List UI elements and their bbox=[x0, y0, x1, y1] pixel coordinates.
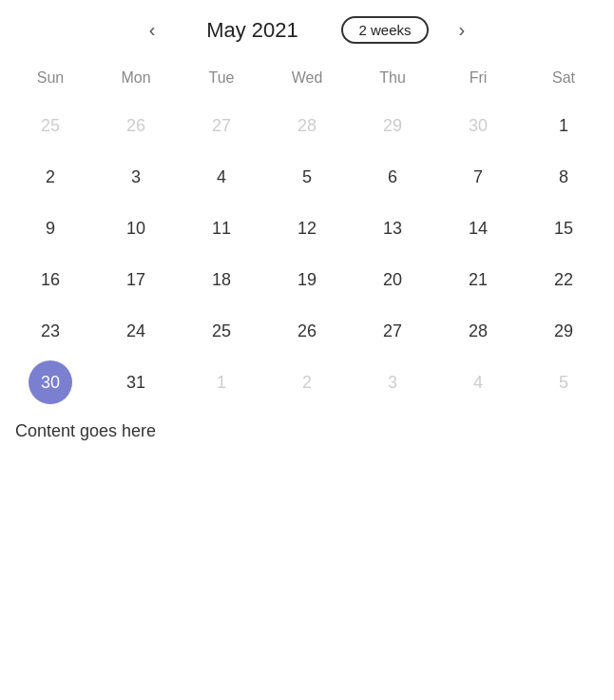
calendar-grid: SunMonTueWedThuFriSat 252627282930123456… bbox=[8, 64, 606, 408]
day-cell-wrapper-5-5: 4 bbox=[435, 357, 521, 408]
day-cell-4-0[interactable]: 23 bbox=[41, 308, 60, 355]
day-cell-wrapper-3-5: 21 bbox=[435, 254, 521, 305]
day-cell-4-1[interactable]: 24 bbox=[126, 308, 145, 355]
day-cell-1-0[interactable]: 2 bbox=[46, 154, 55, 201]
day-cell-5-3[interactable]: 2 bbox=[302, 360, 312, 406]
day-cell-0-3[interactable]: 28 bbox=[297, 103, 317, 149]
day-cell-wrapper-3-1: 17 bbox=[93, 254, 179, 305]
day-cell-2-0[interactable]: 9 bbox=[46, 205, 55, 252]
day-cell-4-3[interactable]: 26 bbox=[297, 308, 317, 355]
day-cell-4-2[interactable]: 25 bbox=[212, 308, 231, 355]
day-cell-wrapper-4-4: 27 bbox=[350, 305, 435, 357]
day-cell-wrapper-0-5: 30 bbox=[435, 100, 521, 151]
day-header-tue: Tue bbox=[179, 64, 264, 92]
day-cell-wrapper-4-5: 28 bbox=[435, 305, 521, 357]
day-cell-wrapper-2-6: 15 bbox=[521, 203, 606, 254]
week-toggle-button[interactable]: 2 weeks bbox=[341, 16, 428, 44]
day-cell-0-6[interactable]: 1 bbox=[559, 103, 568, 149]
day-cell-wrapper-3-4: 20 bbox=[350, 254, 435, 305]
day-cell-0-0[interactable]: 25 bbox=[41, 103, 60, 149]
day-cell-wrapper-4-3: 26 bbox=[264, 305, 350, 357]
day-cell-1-5[interactable]: 7 bbox=[473, 154, 483, 201]
day-cell-2-3[interactable]: 12 bbox=[297, 205, 317, 252]
day-cell-3-0[interactable]: 16 bbox=[41, 257, 60, 303]
day-cell-1-6[interactable]: 8 bbox=[559, 154, 568, 201]
day-cell-3-5[interactable]: 21 bbox=[469, 257, 488, 303]
day-cell-wrapper-3-6: 22 bbox=[521, 254, 606, 305]
day-header-sun: Sun bbox=[8, 64, 93, 92]
day-cell-wrapper-1-2: 4 bbox=[179, 151, 264, 203]
day-header-fri: Fri bbox=[435, 64, 521, 92]
day-cell-wrapper-1-1: 3 bbox=[93, 151, 179, 203]
day-cell-1-1[interactable]: 3 bbox=[131, 154, 141, 201]
day-cell-wrapper-3-3: 19 bbox=[264, 254, 350, 305]
day-cell-3-6[interactable]: 22 bbox=[554, 257, 573, 303]
calendar-container: ‹ May 2021 2 weeks › SunMonTueWedThuFriS… bbox=[0, 0, 614, 700]
week-row-2: 9101112131415 bbox=[8, 203, 606, 254]
day-cell-wrapper-5-0: 30 bbox=[8, 357, 93, 408]
day-cell-0-4[interactable]: 29 bbox=[383, 103, 402, 149]
day-cell-wrapper-5-4: 3 bbox=[350, 357, 435, 408]
day-cell-wrapper-2-1: 10 bbox=[93, 203, 179, 254]
day-cell-wrapper-1-5: 7 bbox=[435, 151, 521, 203]
day-cell-2-6[interactable]: 15 bbox=[554, 205, 573, 252]
day-cell-wrapper-5-2: 1 bbox=[179, 357, 264, 408]
day-cell-0-1[interactable]: 26 bbox=[126, 103, 145, 149]
day-header-wed: Wed bbox=[264, 64, 350, 92]
day-cell-3-3[interactable]: 19 bbox=[297, 257, 317, 303]
day-cell-wrapper-4-1: 24 bbox=[93, 305, 179, 357]
week-row-3: 16171819202122 bbox=[8, 254, 606, 305]
day-cell-wrapper-0-3: 28 bbox=[264, 100, 350, 151]
day-cell-wrapper-0-2: 27 bbox=[179, 100, 264, 151]
day-cell-5-6[interactable]: 5 bbox=[559, 360, 568, 406]
day-cell-wrapper-2-5: 14 bbox=[435, 203, 521, 254]
day-headers: SunMonTueWedThuFriSat bbox=[8, 64, 606, 92]
month-title: May 2021 bbox=[185, 18, 318, 43]
day-cell-wrapper-2-3: 12 bbox=[264, 203, 350, 254]
day-cell-wrapper-1-4: 6 bbox=[350, 151, 435, 203]
content-area: Content goes here bbox=[8, 418, 606, 445]
day-cell-wrapper-0-1: 26 bbox=[93, 100, 179, 151]
week-row-4: 23242526272829 bbox=[8, 305, 606, 357]
prev-month-button[interactable]: ‹ bbox=[142, 15, 163, 45]
day-cell-5-2[interactable]: 1 bbox=[217, 360, 226, 406]
content-text: Content goes here bbox=[15, 421, 156, 440]
day-cell-2-2[interactable]: 11 bbox=[212, 205, 231, 252]
day-cell-1-4[interactable]: 6 bbox=[388, 154, 397, 201]
day-cell-5-1[interactable]: 31 bbox=[126, 360, 145, 406]
next-month-button[interactable]: › bbox=[451, 15, 473, 45]
week-row-1: 2345678 bbox=[8, 151, 606, 203]
day-cell-3-2[interactable]: 18 bbox=[212, 257, 231, 303]
day-cell-4-5[interactable]: 28 bbox=[469, 308, 488, 355]
day-cell-3-4[interactable]: 20 bbox=[383, 257, 402, 303]
day-cell-0-2[interactable]: 27 bbox=[212, 103, 231, 149]
day-header-mon: Mon bbox=[93, 64, 179, 92]
day-cell-2-4[interactable]: 13 bbox=[383, 205, 402, 252]
day-cell-wrapper-1-3: 5 bbox=[264, 151, 350, 203]
day-cell-wrapper-0-6: 1 bbox=[521, 100, 606, 151]
day-cell-3-1[interactable]: 17 bbox=[126, 257, 145, 303]
day-cell-wrapper-2-0: 9 bbox=[8, 203, 93, 254]
day-cell-wrapper-3-2: 18 bbox=[179, 254, 264, 305]
day-cell-wrapper-1-6: 8 bbox=[521, 151, 606, 203]
day-cell-2-5[interactable]: 14 bbox=[469, 205, 488, 252]
day-cell-4-6[interactable]: 29 bbox=[554, 308, 573, 355]
day-cell-wrapper-2-2: 11 bbox=[179, 203, 264, 254]
day-cell-wrapper-4-2: 25 bbox=[179, 305, 264, 357]
day-cell-wrapper-4-0: 23 bbox=[8, 305, 93, 357]
day-cell-wrapper-0-0: 25 bbox=[8, 100, 93, 151]
calendar-header: ‹ May 2021 2 weeks › bbox=[8, 15, 606, 45]
day-cell-5-4[interactable]: 3 bbox=[388, 360, 397, 406]
day-cell-1-2[interactable]: 4 bbox=[217, 154, 226, 201]
day-cell-5-5[interactable]: 4 bbox=[473, 360, 483, 406]
day-cell-wrapper-3-0: 16 bbox=[8, 254, 93, 305]
day-cell-wrapper-0-4: 29 bbox=[350, 100, 435, 151]
day-cell-2-1[interactable]: 10 bbox=[126, 205, 145, 252]
day-cell-4-4[interactable]: 27 bbox=[383, 308, 402, 355]
day-cell-0-5[interactable]: 30 bbox=[469, 103, 488, 149]
day-cell-1-3[interactable]: 5 bbox=[302, 154, 312, 201]
day-header-sat: Sat bbox=[521, 64, 606, 92]
day-cell-wrapper-1-0: 2 bbox=[8, 151, 93, 203]
day-cell-wrapper-5-3: 2 bbox=[264, 357, 350, 408]
day-cell-5-0[interactable]: 30 bbox=[29, 360, 72, 404]
